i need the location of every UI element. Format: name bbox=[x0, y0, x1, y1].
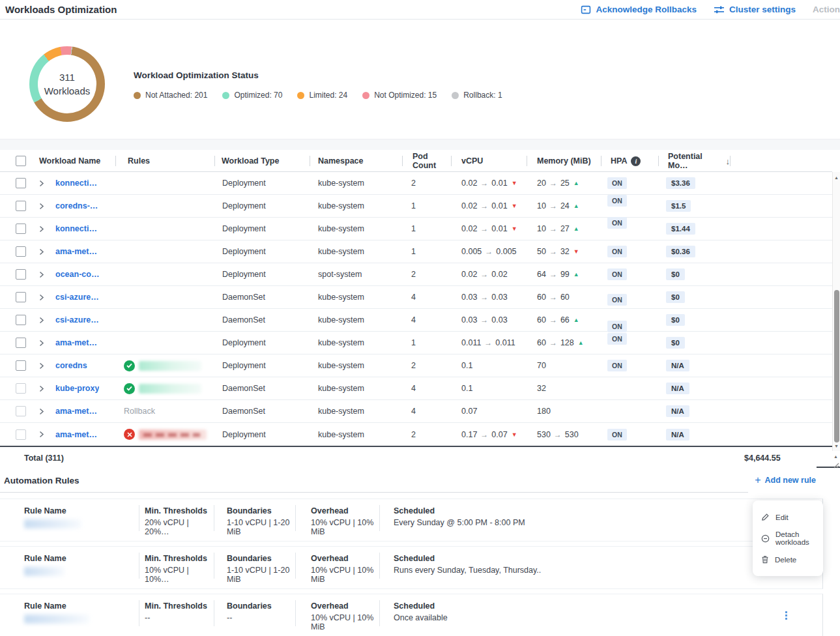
workload-name-link[interactable]: konnecti… bbox=[55, 224, 97, 233]
row-checkbox[interactable] bbox=[16, 406, 26, 416]
column-header-namespace[interactable]: Namespace bbox=[310, 150, 402, 172]
rules-cell bbox=[115, 240, 214, 263]
row-checkbox[interactable] bbox=[16, 360, 26, 371]
row-checkbox[interactable] bbox=[16, 246, 26, 257]
legend-item-not-attached: Not Attached: 201 bbox=[134, 91, 207, 100]
workload-name-link[interactable]: csi-azure… bbox=[55, 315, 99, 325]
workload-name-link[interactable]: ama-met… bbox=[55, 338, 97, 347]
select-all-checkbox[interactable] bbox=[16, 156, 26, 166]
column-header-memory[interactable]: Memory (MiB) bbox=[527, 150, 601, 172]
legend-dot-optimized bbox=[222, 92, 229, 99]
arrow-right-icon: → bbox=[480, 315, 488, 325]
potential-monthly-badge: N/A bbox=[666, 360, 689, 371]
memory-cell: 20→25▲ bbox=[527, 172, 601, 194]
boundaries-value: 1-10 vCPU | 1-20 MiB bbox=[227, 518, 295, 536]
row-checkbox[interactable] bbox=[16, 224, 26, 234]
expand-row-button[interactable] bbox=[34, 332, 52, 354]
automation-rule-row: Rule NameMin. Thresholds--Boundaries--Ov… bbox=[0, 594, 840, 636]
hpa-on-badge: ON bbox=[607, 360, 627, 371]
row-checkbox[interactable] bbox=[16, 315, 26, 325]
section-scrollbar-up-arrow[interactable]: ▲ bbox=[832, 452, 839, 460]
metric-recommended: 0.03 bbox=[491, 293, 507, 302]
column-header-workload-name[interactable]: Workload Name bbox=[34, 150, 115, 172]
cluster-settings-button[interactable]: Cluster settings bbox=[714, 5, 796, 15]
scheduled-label: Scheduled bbox=[394, 554, 749, 563]
legend-item-not-optimized: Not Optimized: 15 bbox=[362, 91, 437, 100]
namespace-cell: kube-system bbox=[310, 286, 402, 308]
column-header-pod-count[interactable]: Pod Count bbox=[402, 150, 451, 172]
expand-row-button[interactable] bbox=[34, 354, 52, 377]
expand-row-button[interactable] bbox=[34, 286, 52, 308]
hpa-info-icon[interactable]: i bbox=[631, 156, 641, 166]
expand-row-button[interactable] bbox=[34, 309, 52, 331]
memory-cell: 64→99▲ bbox=[527, 263, 601, 285]
rule-kebab-menu-button[interactable] bbox=[783, 609, 790, 622]
scrollbar-thumb[interactable] bbox=[834, 290, 839, 442]
row-checkbox[interactable] bbox=[16, 178, 26, 188]
rules-divider bbox=[0, 492, 748, 493]
expand-row-button[interactable] bbox=[34, 240, 52, 263]
expand-row-button[interactable] bbox=[34, 400, 52, 422]
arrow-right-icon: → bbox=[549, 293, 557, 302]
workload-name-link[interactable]: coredns-… bbox=[55, 201, 98, 210]
row-checkbox[interactable] bbox=[16, 269, 26, 280]
delete-icon bbox=[761, 555, 769, 564]
expand-row-button[interactable] bbox=[34, 377, 52, 399]
pod-count-cell: 1 bbox=[402, 195, 451, 217]
potential-monthly-badge: $3.36 bbox=[666, 177, 695, 189]
legend-dot-rollback bbox=[452, 92, 459, 99]
legend-label: Rollback: 1 bbox=[463, 91, 502, 100]
acknowledge-rollbacks-button[interactable]: Acknowledge Rollbacks bbox=[581, 5, 697, 15]
workload-name-link[interactable]: ama-met… bbox=[55, 247, 97, 256]
potential-monthly-badge: $0 bbox=[666, 268, 685, 280]
potential-monthly-cell: N/A bbox=[658, 423, 730, 446]
column-header-rules[interactable]: Rules bbox=[115, 150, 214, 172]
row-checkbox[interactable] bbox=[16, 383, 26, 394]
workload-name-link[interactable]: kube-proxy bbox=[55, 384, 99, 393]
workload-name-link[interactable]: coredns bbox=[55, 361, 87, 370]
workload-name-link[interactable]: konnecti… bbox=[55, 179, 97, 188]
rules-cell bbox=[115, 332, 214, 354]
row-checkbox[interactable] bbox=[16, 292, 26, 302]
workload-name-link[interactable]: ocean-co… bbox=[55, 270, 99, 279]
menu-item-detach-workloads[interactable]: Detach workloads bbox=[753, 526, 823, 551]
menu-item-delete[interactable]: Delete bbox=[753, 551, 823, 568]
donut-center-label: 311 Workloads bbox=[29, 46, 105, 122]
workload-name-link[interactable]: ama-met… bbox=[55, 430, 97, 439]
expand-row-button[interactable] bbox=[34, 218, 52, 240]
rule-name-redacted bbox=[24, 614, 89, 624]
resize-grip-icon[interactable] bbox=[833, 463, 839, 469]
row-checkbox[interactable] bbox=[16, 201, 26, 211]
expand-row-button[interactable] bbox=[34, 423, 52, 446]
hpa-on-badge: ON bbox=[607, 268, 627, 280]
action-button[interactable]: Action bbox=[813, 5, 840, 14]
metric-value: 32 bbox=[537, 384, 546, 393]
expand-row-button[interactable] bbox=[34, 263, 52, 285]
table-vertical-scrollbar[interactable]: ▲ ▼ bbox=[832, 172, 840, 451]
expand-row-button[interactable] bbox=[34, 195, 52, 217]
column-header-workload-type[interactable]: Workload Type bbox=[214, 150, 310, 172]
column-header-vcpu[interactable]: vCPU bbox=[451, 150, 527, 172]
workload-name-link[interactable]: ama-met… bbox=[55, 407, 97, 416]
expand-row-button[interactable] bbox=[34, 172, 52, 194]
metric-value: 180 bbox=[537, 407, 551, 416]
scrollbar-down-arrow[interactable]: ▼ bbox=[833, 442, 840, 450]
workload-name-link[interactable]: csi-azure… bbox=[55, 293, 99, 302]
table-row: ocean-co…Deploymentspot-system20.02→0.02… bbox=[0, 263, 832, 286]
section-scrollbar[interactable]: ▲ bbox=[832, 452, 840, 472]
trend-down-icon: ▼ bbox=[512, 203, 517, 209]
legend-label: Not Attached: 201 bbox=[145, 91, 207, 100]
scrollbar-up-arrow[interactable]: ▲ bbox=[833, 173, 840, 181]
row-checkbox[interactable] bbox=[16, 338, 26, 348]
rule-status-text: Rollback bbox=[124, 407, 155, 416]
memory-cell: 10→24▲ bbox=[527, 195, 601, 217]
metric-value: 0.1 bbox=[461, 361, 472, 370]
menu-item-edit[interactable]: Edit bbox=[753, 508, 823, 526]
legend-dot-limited bbox=[297, 92, 304, 99]
add-new-rule-button[interactable]: + Add new rule bbox=[755, 475, 816, 485]
metric-current: 10 bbox=[537, 201, 546, 210]
vcpu-cell: 0.011→0.011 bbox=[451, 332, 527, 354]
column-header-hpa[interactable]: HPA i bbox=[601, 150, 658, 172]
row-checkbox[interactable] bbox=[16, 429, 26, 440]
column-header-potential-monthly[interactable]: Potential Mo… ↓ bbox=[658, 150, 730, 172]
